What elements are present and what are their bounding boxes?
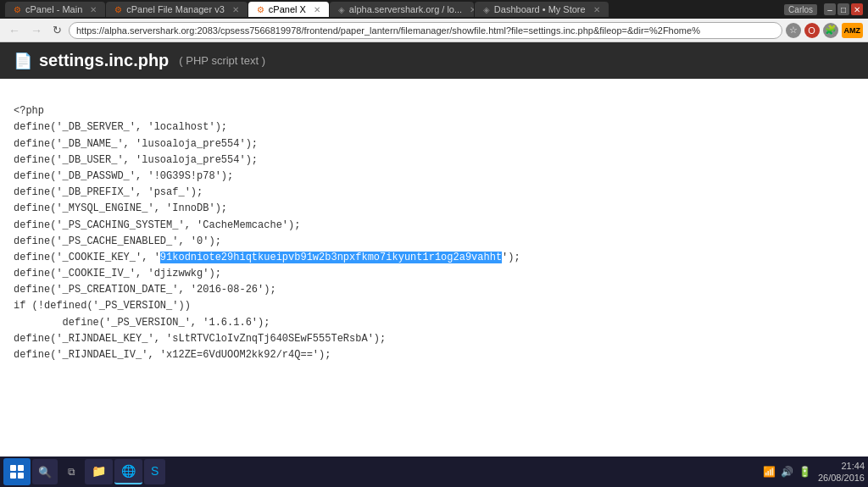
taskbar: 🔍 ⧉ 📁 🌐 S 📶 🔊 🔋 21:44 26/08/2016 — [0, 457, 868, 487]
nav-bar: ← → ↻ ☆ O 🧩 AMZ — [0, 19, 868, 42]
tab-label: cPanel File Manager v3 — [126, 4, 225, 14]
forward-button[interactable]: → — [27, 22, 46, 39]
code-content: <?php define('_DB_SERVER_', 'localhost')… — [0, 79, 868, 367]
system-tray: 📶 🔊 🔋 — [758, 466, 816, 478]
nav-icons: ☆ O 🧩 AMZ — [786, 23, 864, 38]
code-line-10: define('_COOKIE_KEY_', '91kodniote29hiqt… — [14, 252, 520, 263]
close-icon[interactable]: ✕ — [314, 5, 320, 14]
close-icon[interactable]: ✕ — [232, 5, 239, 14]
explorer-icon: 📁 — [92, 464, 106, 478]
close-icon[interactable]: ✕ — [90, 5, 97, 14]
code-line-6: define('_DB_PREFIX_', 'psaf_'); — [14, 186, 203, 198]
browser-tabs: ⚙ cPanel - Main ✕ ⚙ cPanel File Manager … — [5, 2, 784, 17]
tray-volume-icon: 🔊 — [781, 466, 793, 478]
code-line-14: define('_PS_VERSION_', '1.6.1.6'); — [14, 317, 270, 329]
taskbar-clock[interactable]: 21:44 26/08/2016 — [818, 460, 865, 484]
cpanel-icon: ⚙ — [114, 5, 122, 14]
minimize-button[interactable]: – — [824, 3, 836, 15]
code-line-7: define('_MYSQL_ENGINE_', 'InnoDB'); — [14, 202, 227, 214]
back-button[interactable]: ← — [5, 22, 24, 39]
maximize-button[interactable]: □ — [837, 3, 849, 15]
tray-network-icon: 📶 — [763, 466, 776, 478]
taskbar-app-explorer[interactable]: 📁 — [85, 459, 113, 484]
code-line-9: define('_PS_CACHE_ENABLED_', '0'); — [14, 235, 221, 247]
close-button[interactable]: ✕ — [851, 3, 863, 15]
tab-label: cPanel X — [269, 4, 306, 14]
file-type-icon: 📄 — [14, 52, 32, 70]
filename: settings.inc.php — [39, 51, 169, 70]
tab-label: Dashboard • My Store — [494, 4, 586, 14]
task-view-button[interactable]: ⧉ — [59, 460, 83, 484]
taskbar-search-button[interactable]: 🔍 — [32, 459, 58, 484]
skype-icon: S — [151, 464, 159, 478]
start-button[interactable] — [3, 458, 31, 485]
opera-icon[interactable]: O — [804, 23, 820, 38]
taskbar-app-chrome[interactable]: 🌐 — [114, 459, 142, 484]
tab-dashboard[interactable]: ◈ Dashboard • My Store ✕ — [475, 2, 609, 17]
tab-label: cPanel - Main — [25, 4, 82, 14]
file-header: 📄 settings.inc.php ( PHP script text ) — [0, 42, 868, 79]
cpanel-icon: ⚙ — [14, 5, 21, 14]
tab-cpanel-x[interactable]: ⚙ cPanel X ✕ — [248, 2, 329, 17]
tab-label: alpha.servershark.org / lo... — [349, 4, 462, 14]
code-line-3: define('_DB_NAME_', 'lusoaloja_pre554'); — [14, 138, 258, 150]
amazon-icon[interactable]: AMZ — [842, 23, 864, 38]
code-line-4: define('_DB_USER_', 'lusoaloja_pre554'); — [14, 154, 258, 166]
address-bar[interactable] — [69, 22, 782, 39]
close-icon[interactable]: ✕ — [593, 5, 600, 14]
site-icon: ◈ — [483, 5, 490, 14]
task-view-icon: ⧉ — [68, 466, 75, 478]
code-line-8: define('_PS_CACHING_SYSTEM_', 'CacheMemc… — [14, 219, 300, 231]
extension-icon[interactable]: 🧩 — [823, 23, 838, 38]
code-line-11: define('_COOKIE_IV_', 'djizwwkg'); — [14, 268, 221, 279]
refresh-button[interactable]: ↻ — [49, 22, 65, 38]
code-line-5: define('_DB_PASSWD_', '!0G39S!p78'); — [14, 170, 233, 182]
code-line-2: define('_DB_SERVER_', 'localhost'); — [14, 121, 227, 133]
window-controls: Carlos – □ ✕ — [784, 3, 863, 15]
clock-date: 26/08/2016 — [818, 472, 865, 484]
chrome-icon: 🌐 — [121, 464, 136, 478]
cpanel-icon: ⚙ — [257, 5, 264, 14]
code-line-15: define('_RIJNDAEL_KEY_', 'sLtRTVCloIvZnq… — [14, 333, 386, 345]
highlighted-value: 91kodniote29hiqtkueipvb91w2b3npxfkmo7iky… — [160, 252, 502, 263]
code-line-1: <?php — [14, 105, 44, 117]
tab-alpha-servershark[interactable]: ◈ alpha.servershark.org / lo... ✕ — [330, 2, 474, 17]
tab-cpanel-main[interactable]: ⚙ cPanel - Main ✕ — [5, 2, 105, 17]
title-bar: ⚙ cPanel - Main ✕ ⚙ cPanel File Manager … — [0, 0, 868, 19]
tab-cpanel-file-manager[interactable]: ⚙ cPanel File Manager v3 ✕ — [106, 2, 248, 17]
code-line-16: define('_RIJNDAEL_IV_', 'x12ZE=6VdUOOM2k… — [14, 349, 331, 361]
user-badge: Carlos — [784, 4, 817, 15]
site-icon: ◈ — [338, 5, 345, 14]
tray-battery-icon: 🔋 — [798, 466, 811, 478]
clock-time: 21:44 — [818, 460, 865, 472]
bookmark-star-icon[interactable]: ☆ — [786, 23, 801, 38]
close-icon[interactable]: ✕ — [470, 5, 474, 14]
search-icon: 🔍 — [38, 466, 52, 479]
file-type-label: ( PHP script text ) — [179, 54, 265, 67]
taskbar-app-skype[interactable]: S — [144, 459, 165, 484]
code-line-13: if (!defined('_PS_VERSION_')) — [14, 300, 191, 312]
code-line-12: define('_PS_CREATION_DATE_', '2016-08-26… — [14, 284, 276, 296]
windows-logo-icon — [10, 465, 24, 479]
